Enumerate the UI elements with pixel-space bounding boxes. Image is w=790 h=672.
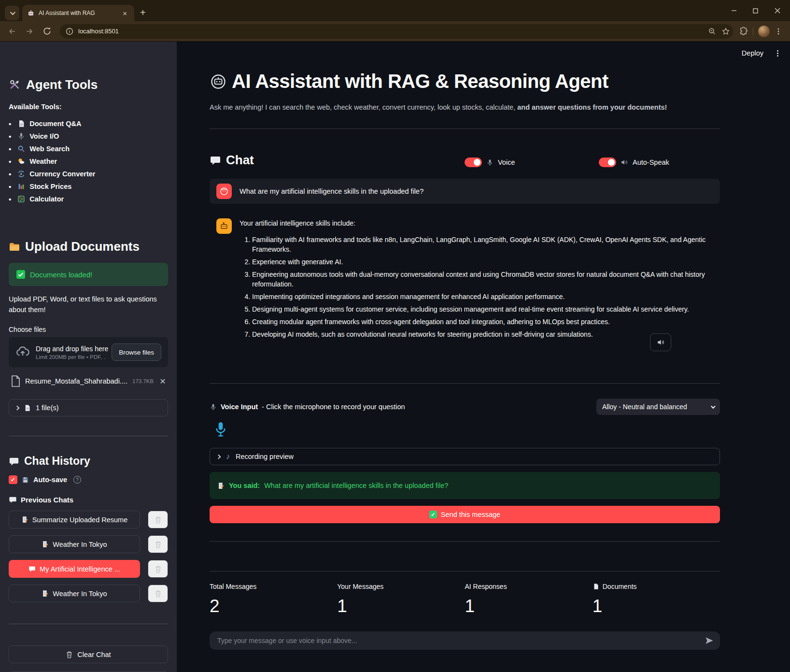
voice-select[interactable]: Alloy - Neutral and balanced <box>596 399 720 415</box>
speaker-icon <box>657 338 665 346</box>
user-avatar <box>216 184 232 199</box>
stat-your-messages: Your Messages 1 <box>337 583 465 616</box>
tool-currency-converter: $ Currency Converter <box>9 168 168 180</box>
speech-bubble-icon <box>9 496 17 504</box>
page-caption: Ask me anything! I can search the web, c… <box>210 103 667 111</box>
upload-limit-text: Limit 200MB per file • PDF, ... <box>36 354 106 360</box>
voice-toggle-label: Voice <box>498 158 515 166</box>
voice-input-label: Voice Input <box>221 403 258 411</box>
stats-row: Total Messages 2 Your Messages 1 AI Resp… <box>210 583 720 616</box>
recording-preview-expander[interactable]: ♪ Recording preview <box>210 448 720 465</box>
minimize-button[interactable] <box>723 2 745 19</box>
voice-toggle[interactable] <box>465 157 482 167</box>
record-microphone-button[interactable] <box>212 421 229 438</box>
close-icon <box>775 8 780 14</box>
autosave-checkbox[interactable] <box>9 475 17 484</box>
maximize-button[interactable] <box>745 2 766 19</box>
chat-history-title: Chat History <box>24 455 90 468</box>
delete-chat-button[interactable] <box>148 560 168 578</box>
reload-button[interactable] <box>40 24 54 39</box>
chat-input-wrap <box>210 631 720 650</box>
forward-button[interactable] <box>22 24 37 39</box>
autospeak-toggle-group: Auto-Speak <box>599 157 669 167</box>
screen: AI Assistant with RAG × + <box>0 0 790 672</box>
app-header: Deploy <box>742 49 781 57</box>
trash-icon <box>66 651 73 658</box>
previous-chat-label: Weather In Tokyo <box>53 541 107 548</box>
tool-label: Currency Converter <box>29 170 95 178</box>
send-this-message-button[interactable]: Send this message <box>210 506 720 523</box>
send-button-label: Send this message <box>441 511 500 518</box>
stat-value: 1 <box>465 596 592 616</box>
help-icon[interactable]: ? <box>73 476 81 484</box>
divider <box>210 383 720 384</box>
stat-label-text: Documents <box>603 583 637 590</box>
previous-chat-button[interactable]: Weather In Tokyo <box>9 585 140 602</box>
divider <box>210 129 720 129</box>
file-uploader-dropzone[interactable]: Drag and drop files here Limit 200MB per… <box>9 337 168 367</box>
files-expander[interactable]: 1 file(s) <box>9 399 168 416</box>
previous-chat-row: My Artificial Intelligence ... <box>9 560 168 578</box>
previous-chat-button-active[interactable]: My Artificial Intelligence ... <box>9 560 140 578</box>
memo-icon <box>217 482 225 489</box>
cloud-upload-icon <box>15 345 30 359</box>
document-icon <box>17 120 25 128</box>
upload-help-text: Upload PDF, Word, or text files to ask q… <box>9 294 168 315</box>
documents-loaded-text: Documents loaded! <box>30 271 92 279</box>
back-button[interactable] <box>5 24 19 39</box>
remove-file-icon[interactable]: ✕ <box>159 377 166 386</box>
tab-close-icon[interactable]: × <box>120 9 129 18</box>
previous-chats-heading: Previous Chats <box>9 496 168 504</box>
send-icon[interactable] <box>705 636 714 645</box>
previous-chat-button[interactable]: Weather In Tokyo <box>9 535 140 553</box>
speech-bubble-icon <box>28 565 36 572</box>
zoom-out-icon[interactable] <box>708 27 717 36</box>
skill-item: Developing AI models, such as convolutio… <box>252 329 713 339</box>
trash-icon <box>155 590 162 598</box>
close-window-button[interactable] <box>766 2 788 19</box>
toolbar-separator <box>753 27 753 36</box>
clear-chat-button[interactable]: Clear Chat <box>9 645 168 663</box>
recording-preview-label: Recording preview <box>236 453 294 460</box>
bookmark-star-icon[interactable] <box>721 27 730 36</box>
trash-icon <box>155 541 162 548</box>
browser-menu-icon[interactable] <box>775 28 782 35</box>
stat-label: AI Responses <box>465 583 592 590</box>
stat-ai-responses: AI Responses 1 <box>465 583 592 616</box>
autosave-label: Auto-save <box>33 476 67 484</box>
site-info-icon[interactable] <box>66 28 73 35</box>
overflow-menu-icon[interactable] <box>774 50 781 57</box>
delete-chat-button[interactable] <box>148 511 168 529</box>
memo-icon <box>21 516 28 523</box>
url-bar[interactable]: localhost:8501 <box>60 24 733 39</box>
autospeak-toggle[interactable] <box>599 157 616 167</box>
caption-normal: Ask me anything! I can search the web, c… <box>210 103 517 111</box>
sun-cloud-icon <box>17 157 25 165</box>
play-response-button[interactable] <box>650 333 671 351</box>
delete-chat-button[interactable] <box>148 535 168 553</box>
chat-heading: Chat <box>210 153 254 168</box>
delete-chat-button[interactable] <box>148 585 168 602</box>
uploaded-file-row: Resume_Mostafa_Shahrabadi.... 173.7KB ✕ <box>9 374 168 388</box>
chat-input[interactable] <box>210 631 720 650</box>
check-square-icon <box>16 270 25 279</box>
tools-list: Document Q&A Voice I/O Web Search Weathe… <box>9 117 168 205</box>
skill-item: Creating modular agent frameworks with c… <box>252 317 713 327</box>
uploader-texts: Drag and drop files here Limit 200MB per… <box>36 345 106 360</box>
previous-chat-button[interactable]: Summarize Uploaded Resume <box>9 511 140 529</box>
robot-favicon-icon <box>27 9 35 17</box>
tab-search-button[interactable] <box>5 6 19 20</box>
tools-icon <box>9 79 21 91</box>
browser-tab[interactable]: AI Assistant with RAG × <box>22 5 134 21</box>
extensions-icon[interactable] <box>739 27 748 36</box>
browse-files-button[interactable]: Browse files <box>112 343 161 361</box>
drag-drop-text: Drag and drop files here <box>36 345 106 353</box>
chevron-right-icon <box>216 454 221 459</box>
speech-bubble-icon <box>210 155 221 166</box>
user-face-icon <box>219 186 229 196</box>
new-tab-button[interactable]: + <box>140 7 146 18</box>
profile-avatar[interactable] <box>758 26 770 37</box>
assistant-avatar <box>216 218 232 234</box>
previous-chat-label: Summarize Uploaded Resume <box>32 516 127 524</box>
deploy-button[interactable]: Deploy <box>742 49 763 57</box>
